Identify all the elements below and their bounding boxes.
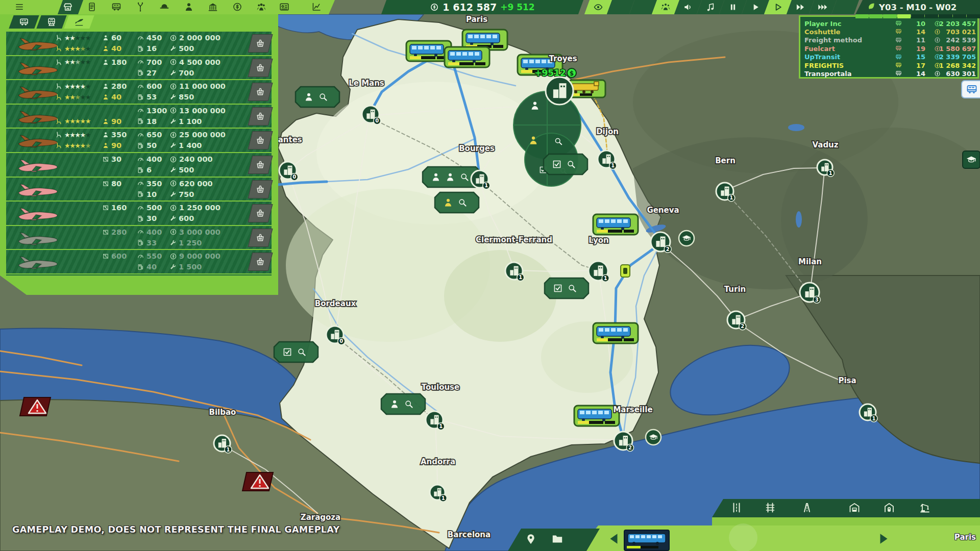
aircraft-row[interactable]: 30400240 0006500 — [6, 153, 272, 178]
buy-aircraft-button[interactable] — [248, 180, 273, 198]
leaderboard-row[interactable]: Freight method 11 242 539 — [800, 36, 977, 44]
vehicle-count: 19 — [905, 45, 925, 53]
build-rail-button[interactable] — [764, 502, 776, 516]
buy-aircraft-button[interactable] — [248, 204, 273, 222]
bus-stop-card[interactable] — [593, 214, 638, 235]
industry-marker[interactable] — [435, 192, 479, 213]
rating-stars: ★★★★★ — [64, 35, 90, 41]
city-station-marker[interactable]: 1 — [589, 261, 609, 282]
speed-value: 400 — [146, 228, 162, 236]
fuel-value: 10 — [146, 190, 157, 198]
leaderboard-row[interactable]: Fuelcart 19 1 580 697 — [800, 44, 977, 53]
university-marker[interactable] — [646, 430, 661, 445]
aircraft-row[interactable]: 130013 000 000★★★★★90181 100 — [6, 105, 272, 129]
city-station-marker[interactable]: 1 — [505, 262, 524, 281]
buy-aircraft-button[interactable] — [248, 107, 273, 126]
toolbar-people-button[interactable] — [256, 2, 267, 14]
leaderboard-row[interactable]: Player Inc 10 2 203 457 — [800, 19, 977, 28]
toolbar-menu-button[interactable] — [14, 2, 25, 14]
next-vehicle-button[interactable] — [877, 532, 890, 546]
build-train-depot-button[interactable] — [883, 502, 895, 516]
bus-stop-card[interactable] — [593, 323, 638, 343]
buy-aircraft-button[interactable] — [248, 59, 273, 77]
build-crane-button[interactable] — [919, 502, 931, 516]
leaderboard-row[interactable]: Transportala 14 630 301 — [800, 69, 977, 78]
leaderboard-row[interactable]: UpTransit 15 2 339 705 — [800, 53, 977, 61]
price-value: 1 250 000 — [179, 204, 220, 212]
buy-aircraft-button[interactable] — [248, 156, 273, 174]
city-station-marker[interactable]: 1 — [426, 411, 445, 430]
toolbar-document-button[interactable] — [87, 2, 97, 14]
toolbar-shop-button[interactable] — [63, 2, 74, 14]
aircraft-row[interactable]: ★★★★★28060011 000 000★★★★★4053850 — [6, 80, 272, 105]
buy-aircraft-button[interactable] — [248, 229, 273, 247]
city-station-marker[interactable]: 1 — [716, 183, 735, 202]
toolbar-chart-button[interactable] — [311, 2, 322, 14]
bus-stop-card[interactable] — [445, 47, 489, 67]
bus-stop-card[interactable] — [574, 406, 619, 426]
fuel-station-marker[interactable] — [621, 265, 630, 277]
fuel-icon — [137, 142, 144, 149]
build-runway-button[interactable] — [801, 502, 813, 516]
aircraft-row[interactable]: 2804003 000 000331 250 — [6, 226, 272, 251]
alert-marker[interactable] — [242, 472, 273, 491]
toolbar-route-button[interactable] — [135, 2, 146, 14]
city-station-marker[interactable]: 1 — [471, 170, 490, 189]
shop-plane-tab[interactable] — [64, 15, 94, 29]
shop-train-tab[interactable] — [36, 15, 66, 29]
city-station-marker[interactable] — [546, 77, 573, 105]
shop-bus-tab[interactable] — [9, 15, 39, 29]
aircraft-row[interactable]: ★★★★★1807004 500 00027700 — [6, 56, 272, 81]
vehicle-badge-button[interactable] — [962, 81, 980, 98]
alert-marker[interactable] — [20, 397, 51, 416]
selected-vehicle-thumbnail[interactable] — [624, 530, 670, 551]
toolbar-money-exchange-button[interactable] — [232, 2, 243, 14]
industry-marker[interactable] — [545, 278, 589, 298]
city-station-marker[interactable]: 2 — [651, 232, 671, 253]
build-bus-depot-button[interactable] — [848, 502, 861, 516]
toolbar-bank-button[interactable] — [208, 2, 218, 14]
aircraft-row[interactable]: 6005509 000 000401 500 — [6, 250, 272, 274]
leaderboard-row[interactable]: FREIGHTIS 17 1 268 342 — [800, 61, 977, 69]
company-money: 703 021 — [929, 28, 976, 36]
price-value: 240 000 — [179, 155, 213, 163]
aircraft-row[interactable]: ★★★★★35065025 000 000★★★★★90501 400 — [6, 129, 272, 153]
city-station-marker[interactable]: 1 — [214, 435, 232, 453]
aircraft-row[interactable]: ★★★★★604502 000 000★★★★★4016500 — [6, 32, 272, 56]
prev-vehicle-button[interactable] — [607, 532, 621, 546]
toolbar-id-card-button[interactable] — [279, 2, 290, 14]
buy-aircraft-button[interactable] — [248, 34, 273, 53]
industry-marker[interactable] — [296, 87, 339, 107]
fuel-value: 16 — [146, 44, 157, 53]
industry-marker[interactable] — [274, 342, 318, 362]
industry-marker[interactable] — [544, 154, 587, 174]
city-station-marker[interactable]: 3 — [800, 283, 820, 303]
industry-marker[interactable] — [381, 394, 425, 414]
week-cell — [897, 14, 911, 18]
bottom-pin-button[interactable] — [524, 532, 537, 547]
buy-aircraft-button[interactable] — [248, 83, 273, 101]
city-station-marker[interactable]: 0 — [362, 106, 381, 124]
university-marker[interactable] — [679, 231, 694, 246]
fuel-value: 53 — [146, 93, 157, 101]
buy-aircraft-button[interactable] — [248, 253, 273, 271]
leaderboard-row[interactable]: Coshuttle 14 703 021 — [800, 28, 977, 36]
city-station-marker[interactable]: 0 — [326, 326, 345, 345]
buy-aircraft-button[interactable] — [248, 131, 273, 149]
train-stop-card[interactable] — [569, 80, 605, 97]
aircraft-row[interactable]: 1605001 250 00030600 — [6, 202, 272, 226]
bottom-folder-button[interactable] — [551, 532, 564, 547]
aircraft-row[interactable]: 80350620 00010750 — [6, 178, 272, 202]
toolbar-bus-button[interactable] — [111, 2, 122, 14]
city-station-marker[interactable]: 1 — [860, 404, 877, 422]
price-value: 3 000 000 — [179, 228, 220, 236]
research-button[interactable] — [963, 151, 980, 168]
fast-forward-icon — [795, 2, 805, 12]
toolbar-person-button[interactable] — [184, 2, 194, 14]
build-road-button[interactable] — [730, 502, 743, 516]
city-station-marker[interactable]: 1 — [598, 151, 617, 169]
city-station-marker[interactable]: 0 — [279, 162, 298, 181]
city-station-marker[interactable]: 2 — [614, 432, 634, 452]
city-station-marker[interactable]: 2 — [727, 311, 746, 330]
toolbar-hat-button[interactable] — [159, 2, 170, 14]
